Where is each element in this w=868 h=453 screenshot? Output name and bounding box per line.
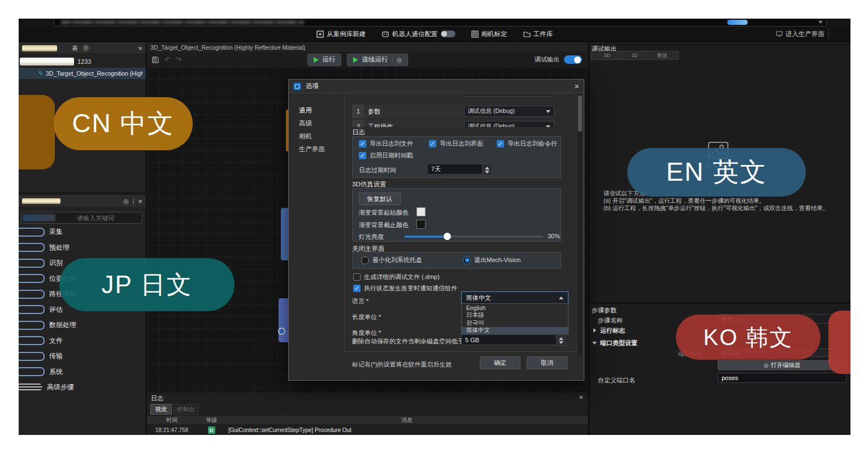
language-option-japanese[interactable]: 日本語 <box>462 312 568 320</box>
open-editor-button[interactable]: ◎ 打开编辑器 <box>718 360 847 370</box>
gear-icon[interactable]: ◎ <box>123 198 129 205</box>
step-category-xitong[interactable]: 系统 <box>19 364 146 380</box>
notify-checkbox[interactable]: ✓执行状态发生改变时通知通信组件 <box>353 284 457 293</box>
row-number-cell: 1 <box>352 104 364 118</box>
undo-icon[interactable]: ↶ <box>164 55 171 64</box>
row-number-cell: 2 <box>352 120 364 127</box>
step-category-icon <box>19 321 45 330</box>
robot-comm-toggle[interactable] <box>441 31 455 37</box>
log-col-level: 等级 <box>197 416 226 424</box>
project-item-1233[interactable]: 1233 <box>77 58 91 65</box>
new-from-case-button[interactable]: 从案例库新建 <box>316 30 366 38</box>
dump-checkbox[interactable]: 生成详细的调试文件 (.dmp) <box>353 273 440 281</box>
grad-start-swatch[interactable] <box>416 207 426 216</box>
dialog-tab-advanced[interactable]: 高级 <box>299 119 312 128</box>
export-ui-checkbox[interactable]: ✓导出日志到界面 <box>429 140 483 148</box>
step-category-chuanshu[interactable]: 传输 <box>19 349 146 364</box>
step-category-caiji[interactable]: 采集 <box>19 224 146 240</box>
log-level-dropdown[interactable]: 调试信息 (Debug) <box>464 121 554 127</box>
log-tab-vision[interactable]: 视觉 <box>150 404 172 415</box>
dialog-tab-camera[interactable]: 相机 <box>299 132 312 141</box>
log-level-badge: D <box>208 426 215 434</box>
help-icon[interactable]: ? <box>83 45 89 51</box>
disk-spinner-arrows[interactable] <box>556 334 566 346</box>
collapse-right-icon[interactable] <box>593 328 596 333</box>
workpiece-lib-button[interactable]: 工件库 <box>523 30 553 38</box>
timestamp-checkbox[interactable]: ✓启用日期时间戳 <box>359 151 413 160</box>
step-category-yuchuli[interactable]: 预处理 <box>19 240 146 256</box>
param-name-label: 步骤名称 <box>598 316 623 325</box>
expire-spinner-arrows[interactable] <box>482 164 492 176</box>
log-section-title: 日志 <box>352 128 365 137</box>
close-icon[interactable]: × <box>579 394 583 401</box>
custom-port-input[interactable] <box>718 373 847 383</box>
log-tab-console[interactable]: 控制台 <box>173 404 199 415</box>
scrollbar-thumb[interactable] <box>578 95 582 132</box>
project-item-label: 3D_Target_Object_Recognition (Highly ... <box>46 70 143 77</box>
dialog-tab-general[interactable]: 通用 <box>299 106 312 115</box>
language-option-simplified-chinese[interactable]: 简体中文 <box>462 327 568 335</box>
light-slider[interactable] <box>405 236 543 238</box>
step-category-shujuchuli[interactable]: 数据处理 <box>19 317 146 333</box>
port-settings-label[interactable]: 端口类型设置 <box>600 339 637 347</box>
chevron-up-icon <box>559 297 563 299</box>
clipped-top-toolbar <box>19 19 850 27</box>
slider-handle[interactable] <box>444 233 451 240</box>
step-category-gaojibuzhou[interactable]: 高级步骤 <box>19 380 146 395</box>
collapse-down-icon[interactable] <box>592 342 597 345</box>
main-toolbar: 从案例库新建 机器人通信配置 相机标定 工件库 进入生产界面 <box>19 27 850 42</box>
log-entry-row[interactable]: 18:21:47.758 D [GuiContext::setCurrentSt… <box>147 425 588 434</box>
restore-default-button[interactable]: 恢复默认 <box>359 193 401 205</box>
run-flag-label[interactable]: 运行标志 <box>600 326 625 335</box>
exit-radio[interactable]: 退出Mech-Vision <box>463 256 520 264</box>
run-continuous-button[interactable]: 连续运行 | ◎ <box>347 54 408 66</box>
chevron-down-icon[interactable] <box>818 21 823 24</box>
log-level-dropdown[interactable]: 调试信息 (Debug) <box>464 106 554 117</box>
run-continuous-label: 连续运行 <box>362 55 388 64</box>
camera-calib-icon <box>471 31 479 38</box>
close-icon[interactable]: × <box>138 45 142 52</box>
export-file-checkbox[interactable]: ✓导出日志到文件 <box>359 140 413 148</box>
minimize-radio[interactable]: 最小化到系统托盘 <box>361 256 422 264</box>
node-port-dot[interactable] <box>278 328 285 335</box>
run-settings-gear-icon[interactable]: ◎ <box>396 56 402 64</box>
robot-comm-button[interactable]: 机器人通信配置 <box>381 30 455 38</box>
dialog-tab-production[interactable]: 生产界面 <box>299 145 325 154</box>
checkbox-unchecked-icon <box>353 273 361 281</box>
run-button[interactable]: 运行 <box>307 54 341 66</box>
project-item-selected[interactable]: ϟ 3D_Target_Object_Recognition (Highly .… <box>19 68 146 79</box>
export-cmd-checkbox[interactable]: ✓导出日志到命令行 <box>497 140 557 148</box>
light-label: 灯光亮度 <box>359 233 384 241</box>
enter-production-button[interactable]: 进入生产界面 <box>776 27 824 41</box>
badge-cn-back <box>19 95 55 169</box>
panel-title-suffix: 表 <box>72 44 78 53</box>
close-icon[interactable]: × <box>138 198 142 205</box>
camera-calib-button[interactable]: 相机标定 <box>471 30 507 38</box>
debug-tab-numeric[interactable]: 数值 <box>646 51 679 60</box>
dialog-scrollbar[interactable] <box>578 94 582 355</box>
redo-icon[interactable]: ↷ <box>175 55 181 64</box>
enter-production-label: 进入生产界面 <box>785 30 824 38</box>
close-icon[interactable]: × <box>574 82 579 90</box>
language-option-korean[interactable]: 한국어 <box>462 319 568 327</box>
step-library-panel: ◎ | × 采集 预处理 识别 位姿处理 路径规划 评估 数据处理 文件 传输 … <box>19 195 146 435</box>
ok-button[interactable]: 确定 <box>480 356 520 369</box>
row-label-cell: 工程操作 <box>364 120 464 127</box>
params-divider <box>589 303 850 303</box>
language-combobox[interactable]: 简体中文 <box>461 291 568 304</box>
clipped-blue-toggle[interactable] <box>727 20 748 25</box>
dialog-titlebar[interactable]: 选项 × <box>289 80 584 93</box>
step-category-icon <box>19 290 45 299</box>
disk-spinner-field[interactable]: 5 GB <box>461 334 563 345</box>
expire-spinner-field[interactable]: 7天 <box>427 164 489 175</box>
expire-label: 日志过期时间 <box>359 166 396 175</box>
gear-icon: ◎ <box>763 362 769 368</box>
checkbox-checked-icon: ✓ <box>353 285 361 292</box>
save-icon[interactable] <box>151 56 159 63</box>
cancel-button[interactable]: 取消 <box>527 356 567 369</box>
language-option-english[interactable]: English <box>462 304 568 312</box>
debug-output-toggle[interactable] <box>564 55 582 64</box>
step-category-icon <box>19 336 45 345</box>
grad-end-swatch[interactable] <box>416 220 426 229</box>
step-category-wenjian[interactable]: 文件 <box>19 333 146 349</box>
